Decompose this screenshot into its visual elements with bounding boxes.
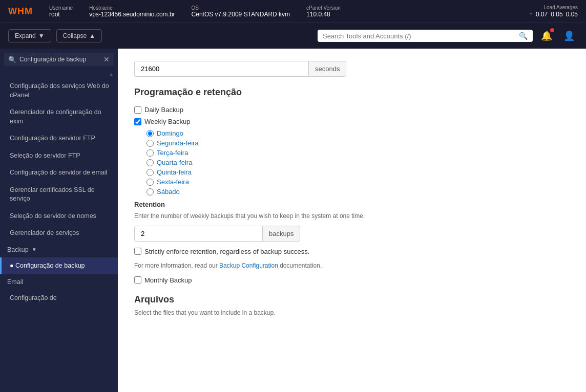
daily-backup-checkbox[interactable] bbox=[134, 106, 141, 114]
search-input[interactable] bbox=[323, 32, 515, 40]
expand-icon: ▼ bbox=[38, 32, 45, 39]
section-email-label: Email bbox=[7, 278, 23, 286]
daily-backup-label[interactable]: Daily Backup bbox=[144, 106, 183, 114]
strictly-enforce-row: Strictly enforce retention, regardless o… bbox=[134, 247, 570, 257]
monthly-backup-label[interactable]: Monthly Backup bbox=[144, 276, 192, 284]
retention-input[interactable] bbox=[134, 226, 262, 242]
days-radio-group: Domingo Segunda-feira Terça-feira Quarta… bbox=[146, 129, 570, 195]
os-value: CentOS v7.9.2009 STANDARD kvm bbox=[192, 11, 290, 18]
search-bar[interactable]: 🔍 bbox=[318, 30, 533, 42]
hostname-label: Hostname bbox=[89, 5, 175, 11]
radio-domingo-label[interactable]: Domingo bbox=[157, 129, 183, 137]
sidebar-item-exim[interactable]: Gerenciador de configuração do exim bbox=[0, 104, 118, 130]
radio-terca-input[interactable] bbox=[146, 149, 154, 157]
sidebar-section-backup[interactable]: Backup ▼ bbox=[0, 242, 118, 257]
retention-suffix: backups bbox=[262, 226, 300, 242]
radio-quarta-label[interactable]: Quarta-feira bbox=[157, 159, 192, 166]
sidebar-item-nameserver[interactable]: Seleção do servidor de nomes bbox=[0, 208, 118, 225]
radio-segunda-input[interactable] bbox=[146, 140, 154, 147]
strictly-enforce-checkbox[interactable] bbox=[134, 248, 141, 255]
topbar-right: Load Averages ↑ 0.07 0.05 0.05 bbox=[529, 5, 578, 18]
monthly-backup-checkbox[interactable] bbox=[134, 276, 141, 284]
radio-sexta-label[interactable]: Sexta-feira bbox=[157, 178, 189, 186]
sidebar-search-bar[interactable]: 🔍 ✕ bbox=[4, 53, 114, 66]
radio-terca-label[interactable]: Terça-feira bbox=[157, 149, 188, 157]
sidebar-item-ftp-server[interactable]: Seleção do servidor FTP bbox=[0, 147, 118, 165]
sidebar-search-clear[interactable]: ✕ bbox=[103, 55, 110, 63]
radio-segunda: Segunda-feira bbox=[146, 139, 570, 147]
radio-sabado-label[interactable]: Sábado bbox=[157, 188, 180, 195]
section-backup-arrow-icon: ▼ bbox=[32, 247, 37, 252]
bullet-icon: ● bbox=[10, 262, 15, 269]
hostname-field: Hostname vps-123456.seudominio.com.br bbox=[89, 5, 175, 18]
cpanel-version-value: 110.0.48 bbox=[306, 11, 341, 18]
info-text-before: For more information, read our bbox=[134, 262, 219, 269]
radio-sexta: Sexta-feira bbox=[146, 178, 570, 186]
cpanel-version-field: cPanel Version 110.0.48 bbox=[306, 5, 341, 18]
radio-domingo: Domingo bbox=[146, 129, 570, 137]
radio-quarta: Quarta-feira bbox=[146, 159, 570, 166]
arquivos-desc: Select the files that you want to includ… bbox=[134, 309, 570, 316]
hostname-value: vps-123456.seudominio.com.br bbox=[89, 11, 175, 18]
schedule-retention-title: Programação e retenção bbox=[134, 87, 570, 98]
load-1: 0.07 bbox=[536, 11, 548, 18]
os-label: OS bbox=[192, 5, 290, 11]
backup-config-link[interactable]: Backup Configuration bbox=[219, 262, 278, 269]
load-label: Load Averages bbox=[543, 5, 578, 10]
load-arrow-icon: ↑ bbox=[529, 10, 533, 18]
username-label: Username bbox=[49, 5, 73, 11]
actionbar: Expand ▼ Collapse ▲ 🔍 🔔 👤 bbox=[0, 23, 586, 49]
collapse-button[interactable]: Collapse ▲ bbox=[56, 29, 102, 42]
notification-badge bbox=[550, 28, 554, 32]
sidebar: 🔍 ✕ ▲ Configuração dos serviços Web do c… bbox=[0, 49, 118, 392]
collapse-icon: ▲ bbox=[89, 32, 95, 39]
load-averages: Load Averages ↑ 0.07 0.05 0.05 bbox=[529, 5, 578, 18]
os-field: OS CentOS v7.9.2009 STANDARD kvm bbox=[192, 5, 290, 18]
notifications-button[interactable]: 🔔 bbox=[538, 27, 555, 45]
load-5: 0.05 bbox=[551, 11, 562, 18]
radio-quarta-input[interactable] bbox=[146, 159, 154, 166]
arquivos-title: Arquivos bbox=[134, 294, 570, 305]
username-value: root bbox=[49, 11, 73, 18]
radio-sabado-input[interactable] bbox=[146, 188, 154, 195]
retention-input-row: backups bbox=[134, 226, 570, 242]
username-field: Username root bbox=[49, 5, 73, 18]
search-icon: 🔍 bbox=[519, 32, 528, 40]
sidebar-item-email-server[interactable]: Configuração do servidor de email bbox=[0, 164, 118, 182]
radio-segunda-label[interactable]: Segunda-feira bbox=[157, 139, 199, 147]
radio-sabado: Sábado bbox=[146, 188, 570, 195]
monthly-backup-row: Monthly Backup bbox=[134, 276, 570, 284]
sidebar-search-input[interactable] bbox=[19, 56, 100, 63]
sidebar-item-web-services[interactable]: Configuração dos serviços Web do cPanel bbox=[0, 78, 118, 104]
sidebar-item-ftp-config[interactable]: Configuração do servidor FTP bbox=[0, 130, 118, 147]
radio-quinta-label[interactable]: Quinta-feira bbox=[157, 168, 192, 176]
radio-terca: Terça-feira bbox=[146, 149, 570, 157]
sidebar-item-backup-config[interactable]: ● Configuração de backup bbox=[0, 257, 118, 275]
whm-logo: WHM bbox=[8, 6, 33, 17]
radio-sexta-input[interactable] bbox=[146, 179, 154, 186]
radio-domingo-input[interactable] bbox=[146, 130, 154, 137]
sidebar-item-last[interactable]: Configuração de bbox=[0, 290, 118, 307]
sidebar-section-email[interactable]: Email bbox=[0, 274, 118, 290]
seconds-input[interactable] bbox=[134, 61, 308, 77]
radio-quinta-input[interactable] bbox=[146, 169, 154, 176]
topbar-info: Username root Hostname vps-123456.seudom… bbox=[49, 5, 513, 18]
retention-label: Retention bbox=[134, 201, 570, 208]
sidebar-item-services[interactable]: Gerenciador de serviços bbox=[0, 225, 118, 242]
user-button[interactable]: 👤 bbox=[560, 27, 578, 45]
sidebar-item-ssl[interactable]: Gerenciar certificados SSL de serviço bbox=[0, 182, 118, 208]
cpanel-version-label: cPanel Version bbox=[306, 5, 341, 11]
backup-info-text: For more information, read our Backup Co… bbox=[134, 261, 570, 270]
expand-label: Expand bbox=[15, 32, 36, 39]
expand-button[interactable]: Expand ▼ bbox=[8, 29, 51, 42]
topbar: WHM Username root Hostname vps-123456.se… bbox=[0, 0, 586, 23]
content-area: seconds Programação e retenção Daily Bac… bbox=[118, 49, 586, 392]
seconds-suffix: seconds bbox=[308, 61, 346, 77]
scroll-indicator-icon: ▲ bbox=[109, 71, 114, 77]
weekly-backup-checkbox[interactable] bbox=[134, 118, 141, 125]
bell-icon: 🔔 bbox=[541, 30, 552, 41]
strictly-enforce-label[interactable]: Strictly enforce retention, regardless o… bbox=[144, 247, 309, 257]
weekly-backup-label[interactable]: Weekly Backup bbox=[144, 118, 190, 125]
load-15: 0.05 bbox=[566, 11, 578, 18]
sidebar-search-icon: 🔍 bbox=[8, 56, 16, 63]
